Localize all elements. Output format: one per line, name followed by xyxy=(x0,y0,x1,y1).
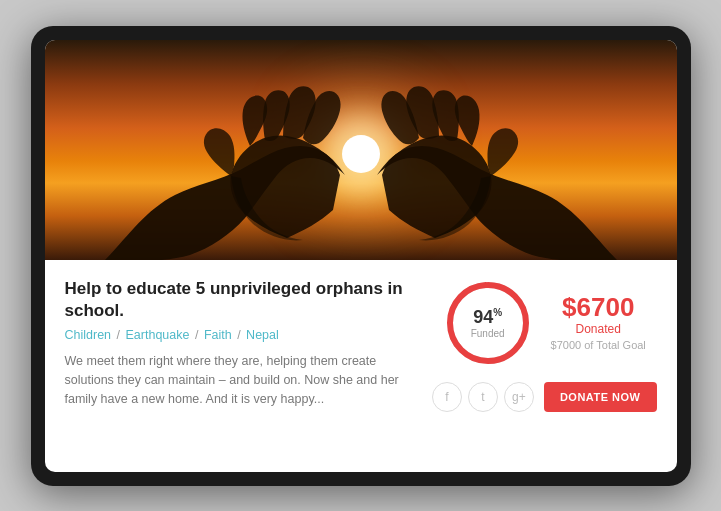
card-body: Help to educate 5 unprivileged orphans i… xyxy=(45,260,677,472)
tag-earthquake[interactable]: Earthquake xyxy=(126,328,190,342)
campaign-title: Help to educate 5 unprivileged orphans i… xyxy=(65,278,412,322)
twitter-share-button[interactable]: t xyxy=(468,382,498,412)
funded-percentage-text: 94% Funded xyxy=(471,307,505,338)
stats-top-row: 94% Funded $6700 Donated $7000 of Total … xyxy=(432,278,657,368)
donated-label: Donated xyxy=(551,322,646,336)
campaign-tags: Children / Earthquake / Faith / Nepal xyxy=(65,328,412,342)
googleplus-share-button[interactable]: g+ xyxy=(504,382,534,412)
total-goal: $7000 of Total Goal xyxy=(551,339,646,351)
tag-sep-2: / xyxy=(195,328,202,342)
tag-sep-1: / xyxy=(117,328,124,342)
campaign-card: Help to educate 5 unprivileged orphans i… xyxy=(45,40,677,472)
device-frame: Help to educate 5 unprivileged orphans i… xyxy=(31,26,691,486)
donated-amount: $6700 xyxy=(551,294,646,320)
hero-image xyxy=(45,40,677,260)
funded-number: 94% xyxy=(471,307,505,325)
card-text-section: Help to educate 5 unprivileged orphans i… xyxy=(65,278,412,454)
funded-progress-circle: 94% Funded xyxy=(443,278,533,368)
tag-nepal[interactable]: Nepal xyxy=(246,328,279,342)
donate-now-button[interactable]: DONATE NOW xyxy=(544,382,657,412)
facebook-share-button[interactable]: f xyxy=(432,382,462,412)
tag-sep-3: / xyxy=(237,328,244,342)
social-icons-group: f t g+ xyxy=(432,382,534,412)
tag-faith[interactable]: Faith xyxy=(204,328,232,342)
donation-info: $6700 Donated $7000 of Total Goal xyxy=(551,294,646,351)
funded-label: Funded xyxy=(471,327,505,338)
campaign-stats: 94% Funded $6700 Donated $7000 of Total … xyxy=(432,278,657,454)
social-donate-row: f t g+ DONATE NOW xyxy=(432,382,657,412)
tag-children[interactable]: Children xyxy=(65,328,112,342)
hands-illustration xyxy=(45,40,677,260)
campaign-description: We meet them right where they are, helpi… xyxy=(65,352,412,410)
